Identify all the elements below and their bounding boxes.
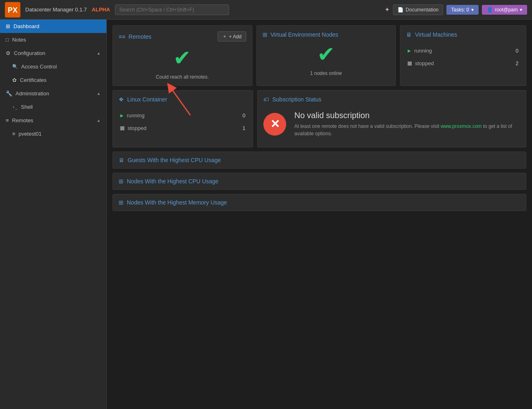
vm-stats: ▶ running 0 stopped 2: [406, 42, 520, 72]
cards-row-2: ❖ Linux Container ▶ running 0: [113, 90, 526, 147]
ve-check-area: ✔ 1 nodes online: [263, 42, 390, 76]
linux-card-title: ❖ Linux Container: [119, 96, 167, 103]
sidebar-notes-label: Notes: [12, 37, 26, 43]
config-icon: ⚙: [6, 50, 11, 56]
vm-stopped-label: stopped: [408, 60, 434, 66]
sidebar-section-remotes[interactable]: ≡ Remotes ▲: [0, 114, 106, 127]
tasks-label: Tasks: 0: [451, 7, 469, 13]
doc-label: Documentation: [406, 7, 439, 13]
linux-stopped-dot: [120, 126, 124, 130]
linux-running-text: running: [127, 112, 144, 119]
user-chevron: ▾: [520, 7, 522, 13]
stopped-dot: [408, 62, 412, 66]
sidebar-config-label: Configuration: [14, 50, 45, 56]
vm-card: 🖥 Virtual Machines ▶ running 0: [400, 25, 526, 86]
notes-icon: □: [6, 37, 9, 43]
doc-icon: 📄: [397, 7, 404, 13]
search-input[interactable]: [115, 4, 229, 15]
guests-cpu-label: Guests With the Highest CPU Usage: [128, 157, 221, 163]
vm-stopped-row: stopped 2: [408, 59, 519, 68]
svg-text:PX: PX: [8, 6, 18, 14]
sidebar-admin-label: Administration: [15, 90, 49, 97]
vm-stopped-count: 2: [516, 60, 519, 66]
sidebar-item-access-control[interactable]: 🔍 Access Control: [0, 60, 106, 73]
linux-stats: ▶ running 0 stopped 1: [119, 107, 247, 137]
linux-running-row: ▶ running 0: [120, 111, 245, 120]
vm-card-header: 🖥 Virtual Machines: [406, 31, 520, 38]
subscription-card: 🏷 Subscription Status ✕ No valid subscri…: [257, 90, 526, 147]
sidebar-item-notes[interactable]: □ Notes: [0, 33, 106, 46]
running-dot: ▶: [408, 48, 411, 53]
remotes-collapse-icon: ▲: [97, 118, 101, 123]
remotes-card-header: ≡≡ Remotes ＋ + Add: [119, 31, 246, 42]
sub-link[interactable]: www.proxmox.com: [441, 123, 482, 129]
ve-nodes-card: ⊞ Virtual Environment Nodes ✔ 1 nodes on…: [256, 25, 396, 86]
add-label: + Add: [229, 34, 241, 40]
linux-stopped-count: 1: [243, 125, 245, 131]
tasks-chevron: ▾: [471, 7, 474, 13]
linux-running-dot: ▶: [120, 113, 124, 118]
sub-desc-text: At least one remote does not have a vali…: [294, 123, 439, 129]
tasks-button[interactable]: Tasks: 0 ▾: [446, 5, 479, 15]
nodes-mem-label: Nodes With the Highest Memory Usage: [127, 199, 227, 206]
guests-cpu-title: 🖥 Guests With the Highest CPU Usage: [119, 157, 520, 163]
linux-running-label: ▶ running: [120, 112, 144, 119]
sub-description: At least one remote does not have a vali…: [294, 123, 520, 137]
remotes-title-text: Remotes: [128, 33, 151, 40]
user-label: root@pam: [495, 7, 518, 13]
sidebar-section-administration[interactable]: 🔧 Administration ▲: [0, 87, 106, 100]
ve-card-icon: ⊞: [263, 31, 267, 38]
ve-card-header: ⊞ Virtual Environment Nodes: [263, 31, 390, 38]
proxmox-logo-icon: PX: [5, 2, 20, 18]
sidebar-access-label: Access Control: [21, 64, 57, 70]
sidebar-section-configuration[interactable]: ⚙ Configuration ▲: [0, 46, 106, 60]
guests-cpu-section: 🖥 Guests With the Highest CPU Usage: [113, 152, 526, 169]
user-button[interactable]: 👤 root@pam ▾: [482, 5, 527, 15]
logo: PX: [5, 2, 20, 18]
remotes-card-title: ≡≡ Remotes: [119, 33, 151, 40]
linux-card-icon: ❖: [119, 96, 124, 103]
ve-title-text: Virtual Environment Nodes: [271, 31, 338, 38]
sub-text-area: No valid subscription At least one remot…: [294, 111, 520, 137]
alpha-badge: ALPHA: [92, 7, 110, 13]
admin-collapse-icon: ▲: [97, 91, 101, 96]
nodes-mem-title: ⊞ Nodes With the Highest Memory Usage: [119, 199, 520, 206]
vm-running-row: ▶ running 0: [408, 46, 519, 55]
linux-card: ❖ Linux Container ▶ running 0: [113, 90, 253, 147]
header-right: ✦ 📄 Documentation Tasks: 0 ▾ 👤 root@pam …: [384, 4, 527, 15]
linux-running-count: 0: [243, 112, 245, 119]
sub-card-title: 🏷 Subscription Status: [263, 96, 322, 103]
linux-stopped-text: stopped: [128, 125, 146, 131]
nodes-cpu-icon: ⊞: [119, 178, 124, 185]
config-section-left: ⚙ Configuration: [6, 50, 45, 56]
nodes-cpu-section: ⊞ Nodes With the Highest CPU Usage: [113, 173, 526, 190]
sidebar-item-shell[interactable]: ›_ Shell: [0, 100, 106, 114]
linux-stopped-label: stopped: [120, 125, 146, 131]
vm-title-text: Virtual Machines: [415, 31, 457, 38]
add-icon: ＋: [222, 33, 227, 40]
sidebar-dashboard-label: Dashboard: [13, 23, 40, 29]
config-collapse-icon: ▲: [97, 51, 101, 55]
sidebar-item-dashboard[interactable]: ⊞ Dashboard: [0, 20, 106, 33]
linux-stopped-row: stopped 1: [120, 123, 245, 133]
star-button[interactable]: ✦: [384, 6, 390, 13]
sidebar-remotes-label: Remotes: [12, 117, 33, 123]
pvetest-icon: ≡: [12, 131, 15, 137]
sub-card-body: ✕ No valid subscription At least one rem…: [263, 107, 520, 141]
vm-running-label: ▶ running: [408, 48, 432, 54]
linux-title-text: Linux Container: [127, 96, 167, 103]
sidebar: ⊞ Dashboard □ Notes ⚙ Configuration ▲ 🔍 …: [0, 20, 107, 409]
nodes-mem-section: ⊞ Nodes With the Highest Memory Usage: [113, 194, 526, 211]
documentation-button[interactable]: 📄 Documentation: [393, 4, 443, 15]
certs-icon: ✿: [12, 77, 17, 83]
admin-section-left: 🔧 Administration: [6, 90, 49, 97]
nodes-mem-icon: ⊞: [119, 199, 124, 206]
sidebar-item-pvetest[interactable]: ≡ pvetest01: [0, 127, 106, 141]
cards-row-1: ≡≡ Remotes ＋ + Add ✔ Could reach all rem…: [113, 25, 526, 86]
nodes-cpu-title: ⊞ Nodes With the Highest CPU Usage: [119, 178, 520, 185]
access-icon: 🔍: [12, 64, 18, 69]
vm-card-title: 🖥 Virtual Machines: [406, 31, 457, 38]
admin-icon: 🔧: [6, 90, 12, 97]
add-remote-button[interactable]: ＋ + Add: [218, 31, 246, 42]
sidebar-item-certificates[interactable]: ✿ Certificates: [0, 73, 106, 87]
